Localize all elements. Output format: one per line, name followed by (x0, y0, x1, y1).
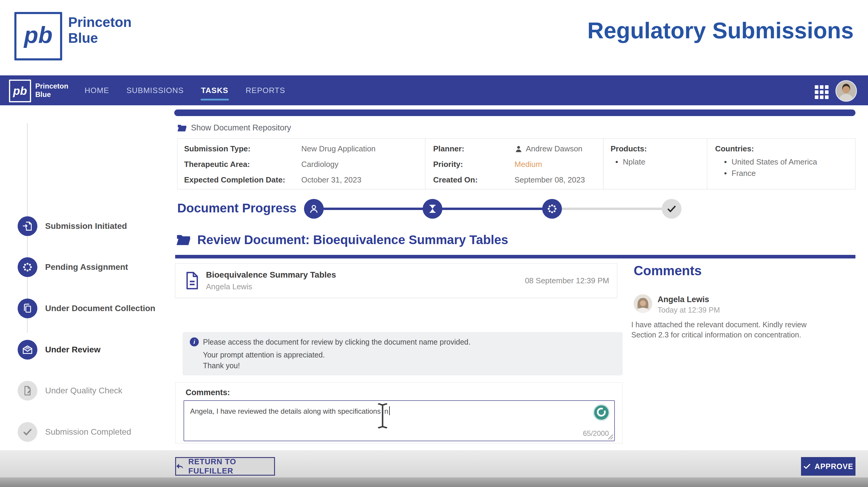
sidebar-step-pending-assignment[interactable]: Pending Assignment (0, 257, 128, 277)
progress-connector (433, 208, 552, 210)
approve-button[interactable]: APPROVE (801, 457, 856, 476)
sidebar-step-label: Pending Assignment (45, 262, 128, 272)
therapeutic-area-value: Cardiology (301, 160, 338, 169)
sidebar-step-label: Submission Completed (45, 427, 131, 437)
sidebar-step-label: Under Review (45, 345, 100, 354)
copy-documents-icon (18, 298, 37, 318)
nav-menu: HOME SUBMISSIONS TASKS REPORTS (85, 76, 285, 105)
comment-textarea[interactable]: Angela, I have reviewed the details alon… (184, 400, 615, 441)
check-icon (803, 462, 811, 470)
princeton-blue-logo: pb (14, 12, 62, 60)
created-on-value: September 08, 2023 (515, 175, 585, 184)
details-column-countries: Countries: United States of America Fran… (707, 139, 855, 189)
document-author: Angela Lewis (206, 282, 336, 291)
open-mail-icon (18, 340, 37, 360)
priority-value: Medium (515, 160, 542, 169)
workflow-sidebar: Submission Initiated Pending Assignment … (0, 105, 173, 450)
priority-label: Priority: (433, 160, 515, 169)
document-file-icon (185, 271, 199, 290)
progress-step-spinner (542, 199, 562, 219)
progress-step-user (304, 199, 324, 219)
progress-step-hourglass (423, 199, 442, 219)
country-item: United States of America (724, 156, 817, 168)
info-message-box: i Please access the document for review … (183, 332, 623, 375)
comment-form-card: Comments: Angela, I have reviewed the de… (175, 382, 623, 443)
text-caret (389, 406, 390, 415)
nav-item-home[interactable]: HOME (85, 86, 109, 95)
comment-send-icon[interactable] (593, 404, 610, 421)
document-edit-icon (18, 381, 37, 401)
document-card-texts: Bioequivalence Summary Tables Angela Lew… (206, 270, 336, 291)
details-column-2: Planner: Andrew Dawson Priority: Medium … (425, 139, 603, 189)
expected-completion-value: October 31, 2023 (301, 175, 361, 184)
sidebar-step-submission-completed[interactable]: Submission Completed (0, 422, 131, 442)
details-column-products: Products: Nplate (603, 139, 707, 189)
navbar-logo[interactable]: pb (9, 80, 31, 102)
folder-icon (177, 124, 187, 132)
nav-item-submissions[interactable]: SUBMISSIONS (126, 86, 184, 95)
sidebar-step-under-quality-check[interactable]: Under Quality Check (0, 381, 122, 401)
user-avatar[interactable] (835, 80, 857, 102)
countries-label: Countries: (715, 144, 754, 153)
comment-time: Today at 12:39 PM (658, 306, 720, 314)
therapeutic-area-label: Therapeutic Area: (184, 160, 301, 169)
document-title-link[interactable]: Bioequivalence Summary Tables (206, 270, 336, 280)
character-counter: 65/2000 (583, 429, 609, 438)
planner-label: Planner: (433, 144, 515, 153)
check-icon (18, 422, 37, 442)
sidebar-step-label: Under Document Collection (45, 304, 155, 313)
product-item: Nplate (615, 156, 645, 168)
commenter-name: Angela Lewis (658, 295, 709, 304)
sidebar-step-label: Under Quality Check (45, 386, 122, 396)
resize-handle-icon[interactable] (607, 434, 613, 440)
review-document-heading: Review Document: Bioequivalence Summary … (176, 233, 508, 247)
spinner-icon (547, 203, 558, 214)
planner-value: Andrew Dawson (515, 144, 582, 153)
progress-connector (552, 208, 672, 210)
info-line-1: i Please access the document for review … (190, 338, 470, 346)
document-arrow-icon (18, 216, 37, 236)
progress-step-complete (662, 199, 681, 219)
undo-arrow-icon (176, 462, 184, 470)
bottom-band (0, 478, 868, 487)
sidebar-step-under-document-collection[interactable]: Under Document Collection (0, 298, 155, 318)
hourglass-icon (427, 203, 438, 214)
nav-item-reports[interactable]: REPORTS (246, 86, 285, 95)
app-grid-icon[interactable] (815, 85, 829, 99)
commenter-avatar-image (634, 294, 652, 313)
products-label: Products: (611, 144, 647, 153)
details-column-1: Submission Type: New Drug Application Th… (178, 139, 425, 189)
panel-top-accent-bar (174, 110, 856, 116)
sidebar-step-label: Submission Initiated (45, 221, 127, 231)
expected-completion-label: Expected Completion Date: (184, 175, 301, 184)
sidebar-step-under-review[interactable]: Under Review (0, 340, 100, 360)
countries-list: United States of America France (724, 156, 817, 179)
country-item: France (724, 168, 817, 179)
spinner-icon (18, 257, 37, 277)
progress-connector (314, 208, 433, 210)
folder-icon (176, 234, 191, 246)
info-line-3: Thank you! (203, 361, 240, 370)
created-on-label: Created On: (433, 175, 515, 184)
document-timestamp: 08 September 12:39 PM (525, 276, 609, 285)
navbar-logo-monogram: pb (13, 85, 27, 96)
document-card[interactable]: Bioequivalence Summary Tables Angela Lew… (175, 263, 617, 298)
return-to-fulfiller-button[interactable]: RETURN TO FULFILLER (175, 457, 275, 476)
brand-name: Princeton Blue (68, 15, 131, 46)
show-document-repository-link[interactable]: Show Document Repository (177, 123, 291, 133)
info-line-2: Your prompt attention is appreciated. (203, 351, 325, 359)
page-title: Regulatory Submissions (587, 17, 854, 44)
logo-monogram: pb (24, 23, 52, 47)
person-icon (515, 145, 523, 153)
info-icon: i (190, 338, 199, 346)
navbar-brand-name: Princeton Blue (35, 82, 68, 99)
sidebar-step-submission-initiated[interactable]: Submission Initiated (0, 216, 127, 236)
document-progress-title: Document Progress (177, 201, 297, 216)
comment-body: I have attached the relevant document. K… (631, 319, 818, 340)
submission-type-value: New Drug Application (301, 144, 376, 153)
nav-item-tasks[interactable]: TASKS (201, 86, 228, 95)
brand-line1: Princeton (68, 15, 131, 30)
submission-type-label: Submission Type: (184, 144, 301, 153)
section-divider-rule (175, 255, 856, 258)
regulatory-submissions-app: pb Princeton Blue Regulatory Submissions… (0, 0, 868, 487)
